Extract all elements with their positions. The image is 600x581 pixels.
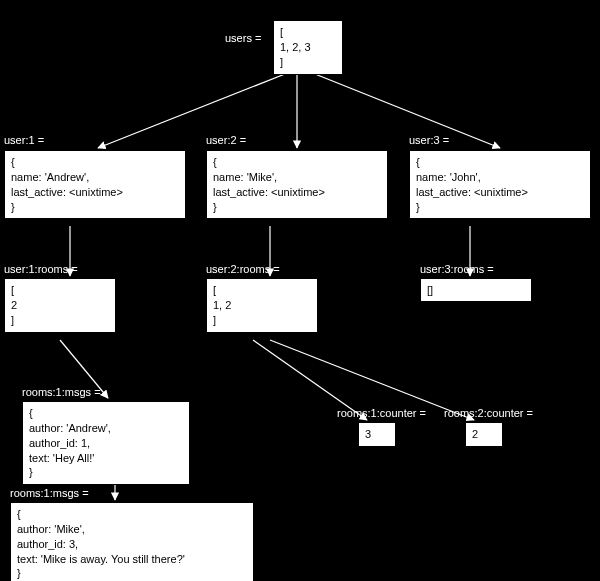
rooms2-key-label: user:2:rooms = [206, 263, 280, 275]
user3-box: { name: 'John', last_active: <unixtime> … [409, 150, 591, 219]
msg1-2-box: { author: 'Mike', author_id: 3, text: 'M… [10, 502, 254, 581]
users-box: [ 1, 2, 3 ] [273, 20, 343, 75]
rooms1-box: [ 2 ] [4, 278, 116, 333]
rooms3-key-label: user:3:rooms = [420, 263, 494, 275]
user3-key-label: user:3 = [409, 134, 449, 146]
user1-box: { name: 'Andrew', last_active: <unixtime… [4, 150, 186, 219]
count1-key-label: rooms:1:counter = [337, 407, 426, 419]
msg1-1-box: { author: 'Andrew', author_id: 1, text: … [22, 401, 190, 485]
users-key-label: users = [225, 32, 261, 44]
msg1-2-key-label: rooms:1:msgs = [10, 487, 89, 499]
count2-box: 2 [465, 422, 503, 447]
rooms3-box: [] [420, 278, 532, 302]
svg-line-2 [310, 72, 500, 148]
user2-box: { name: 'Mike', last_active: <unixtime> … [206, 150, 388, 219]
rooms1-key-label: user:1:rooms = [4, 263, 78, 275]
user1-key-label: user:1 = [4, 134, 44, 146]
count1-box: 3 [358, 422, 396, 447]
rooms2-box: [ 1, 2 ] [206, 278, 318, 333]
count2-key-label: rooms:2:counter = [444, 407, 533, 419]
msg1-1-key-label: rooms:1:msgs = [22, 386, 101, 398]
user2-key-label: user:2 = [206, 134, 246, 146]
svg-line-0 [98, 72, 290, 148]
